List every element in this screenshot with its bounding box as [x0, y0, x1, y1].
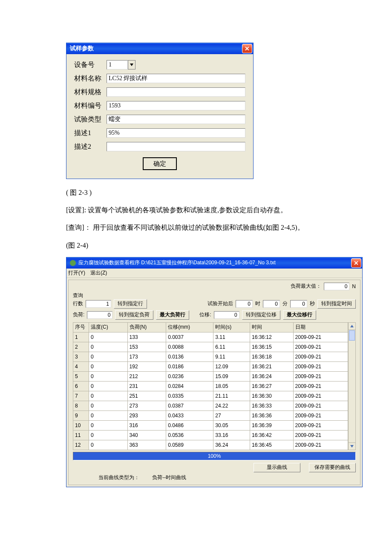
menu-open[interactable]: 打开(Y) [68, 269, 85, 277]
table-cell: 18.05 [213, 381, 250, 391]
table-cell: 0 [89, 361, 128, 371]
table-cell: 153 [127, 342, 166, 352]
table-row[interactable]: 502120.023615.0916:36:242009-09-21 [73, 371, 348, 381]
device-combo[interactable]: 1 [107, 60, 135, 69]
table-cell: 3.11 [213, 332, 250, 342]
save-curve-button[interactable]: 保存需要的曲线 [309, 463, 356, 472]
table-cell: 0 [89, 371, 128, 381]
table-cell: 2009-09-21 [293, 401, 348, 410]
vertical-scrollbar[interactable] [348, 322, 356, 450]
table-row[interactable]: 902930.04332716:36:362009-09-21 [73, 410, 348, 420]
max-load-row-button[interactable]: 最大负荷行 [156, 310, 189, 320]
form-label: 材料名称 [74, 74, 103, 83]
ok-button[interactable]: 确定 [143, 157, 177, 170]
form-row: 材料名称LC52 焊接试样 [74, 74, 245, 83]
table-cell: 0.0236 [166, 371, 213, 381]
start-hours[interactable]: 0 [236, 300, 253, 308]
column-header: 序号 [73, 322, 89, 332]
table-cell: 9 [73, 410, 89, 420]
table-cell: 5 [73, 371, 89, 381]
table-cell: 0.0387 [166, 401, 213, 410]
table-cell: 0 [89, 430, 128, 440]
close-icon[interactable]: ✕ [242, 44, 252, 53]
table-row[interactable]: 1203630.058936.2416:36:452009-09-21 [73, 440, 348, 450]
goto-load-button[interactable]: 转到指定负荷 [115, 310, 153, 320]
table-cell: 33.16 [213, 430, 250, 440]
table-cell: 0.0433 [166, 410, 213, 420]
table-cell: 2009-09-21 [293, 381, 348, 391]
paragraph-query: [查询]： 用于回放查看不同试验机以前做过的试验数据和试验曲线(如图 2-4,5… [66, 222, 375, 233]
table-row[interactable]: 101330.00373.1116:36:122009-09-21 [73, 332, 348, 342]
form-row: 材料规格 [74, 87, 245, 97]
svg-marker-0 [130, 64, 133, 66]
goto-disp-button[interactable]: 转到指定位移 [242, 310, 280, 320]
table-cell: 16:36:15 [250, 342, 294, 352]
column-header: 时间(s) [213, 322, 250, 332]
start-seconds[interactable]: 0 [290, 300, 307, 308]
close-icon[interactable]: ✕ [351, 258, 361, 268]
table-cell: 8 [73, 401, 89, 410]
dropdown-icon[interactable] [128, 60, 135, 69]
menu-exit[interactable]: 退出(Z) [90, 269, 107, 277]
table-cell: 16:36:30 [250, 391, 294, 401]
table-cell: 7 [73, 391, 89, 401]
table-row[interactable]: 802730.038724.2216:36:332009-09-21 [73, 401, 348, 410]
table-row[interactable]: 702510.033521.1116:36:302009-09-21 [73, 391, 348, 401]
form-label: 材料编号 [74, 101, 103, 110]
table-cell: 0.0486 [166, 420, 213, 430]
rows-value[interactable]: 1 [86, 300, 111, 308]
table-cell: 2009-09-21 [293, 352, 348, 361]
maxload-label: 负荷最大值： [291, 283, 321, 290]
table-cell: 1 [73, 332, 89, 342]
text-input[interactable]: 蠕变 [107, 115, 245, 124]
sample-params-dialog: 试样参数 ✕ 设备号 1 材料名称LC52 焊接试样材料规格材料编号1593试验… [66, 43, 254, 179]
form-row: 材料编号1593 [74, 101, 245, 110]
figure-caption: (图 2-4) [66, 240, 375, 251]
text-input[interactable] [107, 142, 245, 151]
table-cell: 6 [73, 381, 89, 391]
scroll-thumb[interactable] [349, 330, 355, 341]
text-input[interactable]: 95% [107, 128, 245, 138]
show-curve-button[interactable]: 显示曲线 [254, 463, 300, 472]
rows-label: 行数 [73, 300, 83, 307]
table-cell: 16:36:18 [250, 352, 294, 361]
text-input[interactable] [107, 87, 245, 97]
max-disp-row-button[interactable]: 最大位移行 [283, 310, 316, 320]
column-header: 温度(C) [89, 322, 128, 332]
table-cell: 2009-09-21 [293, 410, 348, 420]
table-cell: 363 [127, 440, 166, 450]
table-cell: 273 [127, 401, 166, 410]
form-label: 描述1 [74, 129, 103, 138]
table-cell: 15.09 [213, 371, 250, 381]
seconds-unit: 秒 [310, 300, 315, 307]
table-row[interactable]: 401920.018612.0916:36:212009-09-21 [73, 361, 348, 371]
form-row: 试验类型蠕变 [74, 115, 245, 124]
table-row[interactable]: 1003160.048630.0516:36:392009-09-21 [73, 420, 348, 430]
start-minutes[interactable]: 0 [263, 300, 280, 308]
goto-row-button[interactable]: 转到指定行 [114, 299, 147, 309]
load-label: 负荷: [73, 311, 84, 318]
load-value[interactable]: 0 [87, 311, 112, 319]
text-input[interactable]: LC52 焊接试样 [107, 74, 245, 83]
table-row[interactable]: 201530.00886.1116:36:152009-09-21 [73, 342, 348, 352]
column-header: 日期 [293, 322, 348, 332]
menu-bar: 打开(Y) 退出(Z) [66, 269, 362, 278]
table-cell: 0 [89, 410, 128, 420]
table-row[interactable]: 301730.01369.1116:36:182009-09-21 [73, 352, 348, 361]
figure-caption: ( 图 2-3 ) [66, 187, 375, 198]
disp-value[interactable]: 0 [214, 311, 239, 319]
table-cell: 0.0186 [166, 361, 213, 371]
table-cell: 36.24 [213, 440, 250, 450]
table-row[interactable]: 602310.028418.0516:36:272009-09-21 [73, 381, 348, 391]
table-cell: 293 [127, 410, 166, 420]
text-input[interactable]: 1593 [107, 101, 245, 110]
table-cell: 9.11 [213, 352, 250, 361]
column-header: 位移(mm) [166, 322, 213, 332]
table-cell: 2009-09-21 [293, 342, 348, 352]
goto-time-button[interactable]: 转到指定时间 [317, 299, 356, 309]
scroll-up-icon[interactable] [349, 323, 355, 330]
table-cell: 16:36:45 [250, 440, 294, 450]
table-row[interactable]: 1103400.053633.1616:36:422009-09-21 [73, 430, 348, 440]
scroll-down-icon[interactable] [349, 442, 355, 450]
table-cell: 2009-09-21 [293, 391, 348, 401]
